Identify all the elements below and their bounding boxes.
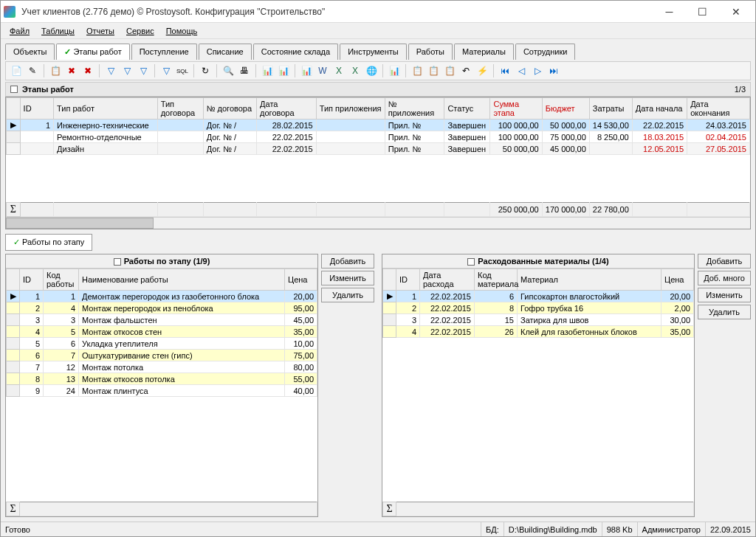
main-grid: IDТип работТип договора № договораДата д… bbox=[5, 97, 751, 229]
maximize-button[interactable]: ☐ bbox=[686, 1, 719, 22]
status-db-path: D:\Building\Building.mdb bbox=[504, 522, 602, 536]
tab-objects[interactable]: Объекты bbox=[5, 44, 55, 60]
tab-tools[interactable]: Инструменты bbox=[340, 44, 407, 60]
table-row[interactable]: Ремонтно-отделочныеДог. № /22.02.2015При… bbox=[7, 131, 750, 143]
tab-staff[interactable]: Сотрудники bbox=[515, 44, 576, 60]
works-title: Работы по этапу (1/9) bbox=[6, 254, 317, 268]
panel-title-text: Этапы работ bbox=[22, 85, 74, 94]
menu-reports[interactable]: Отчеты bbox=[80, 25, 120, 37]
menu-file[interactable]: Файл bbox=[4, 25, 35, 37]
last-icon[interactable]: ⏭ bbox=[546, 63, 561, 78]
copy-icon[interactable]: 📋 bbox=[48, 63, 63, 78]
titlebar: Учет клиентов (2.776 демо) © Prostoysoft… bbox=[1, 1, 755, 23]
html-icon[interactable]: 🌐 bbox=[364, 63, 379, 78]
table-row[interactable]: 322.02.201515Затирка для швов30,00 bbox=[383, 314, 694, 326]
tab-stages[interactable]: ✓Этапы работ bbox=[56, 44, 129, 60]
chart-icon[interactable]: 📊 bbox=[387, 63, 402, 78]
main-tabs: Объекты ✓Этапы работ Поступление Списани… bbox=[5, 44, 751, 60]
filter2-icon[interactable]: ▽ bbox=[120, 63, 134, 78]
export2-icon[interactable]: 📊 bbox=[276, 63, 291, 78]
materials-buttons: Добавить Доб. много Изменить Удалить bbox=[698, 254, 751, 517]
table-row[interactable]: ▶1Инженерно-техническиеДог. № /28.02.201… bbox=[7, 119, 750, 131]
sub-tabs: ✓Работы по этапу bbox=[5, 234, 751, 251]
works-buttons: Добавить Изменить Удалить bbox=[321, 254, 374, 517]
menu-service[interactable]: Сервис bbox=[120, 25, 160, 37]
export1-icon[interactable]: 📊 bbox=[260, 63, 275, 78]
flash-icon[interactable]: ⚡ bbox=[475, 63, 489, 78]
table-row[interactable]: 222.02.20158Гофро трубка 162,00 bbox=[383, 302, 694, 314]
new-icon[interactable]: 📄 bbox=[9, 63, 24, 78]
find-icon[interactable]: 🔍 bbox=[221, 63, 236, 78]
minimize-button[interactable]: ─ bbox=[653, 1, 686, 22]
works-delete-button[interactable]: Удалить bbox=[321, 288, 374, 302]
window-title: Учет клиентов (2.776 демо) © Prostoysoft… bbox=[20, 7, 653, 17]
next-icon[interactable]: ▷ bbox=[530, 63, 545, 78]
works-edit-button[interactable]: Изменить bbox=[321, 271, 374, 285]
table-row[interactable]: 56Укладка утеплителя10,00 bbox=[7, 338, 317, 350]
status-size: 988 Kb bbox=[602, 522, 637, 536]
table-row[interactable]: 924Монтаж плинтуса40,00 bbox=[7, 385, 317, 397]
materials-add-button[interactable]: Добавить bbox=[698, 254, 751, 268]
materials-addmany-button[interactable]: Доб. много bbox=[698, 271, 751, 285]
tab-stock[interactable]: Состояние склада bbox=[253, 44, 338, 60]
content-area: Объекты ✓Этапы работ Поступление Списани… bbox=[1, 39, 755, 522]
status-date: 22.09.2015 bbox=[705, 522, 755, 536]
tab-materials[interactable]: Материалы bbox=[454, 44, 514, 60]
app-icon bbox=[4, 6, 16, 18]
excel-icon[interactable]: X bbox=[331, 63, 346, 78]
hscrollbar[interactable] bbox=[6, 217, 750, 229]
works-add-button[interactable]: Добавить bbox=[321, 254, 374, 268]
tab-writeoff[interactable]: Списание bbox=[199, 44, 252, 60]
first-icon[interactable]: ⏮ bbox=[498, 63, 512, 78]
tool3-icon[interactable]: 📋 bbox=[442, 63, 457, 78]
materials-delete-button[interactable]: Удалить bbox=[698, 305, 751, 319]
toolbar: 📄 ✎ 📋 ✖ ✖ ▽ ▽ ▽ ▽ SQL ↻ 🔍 🖶 📊 📊 📊 W X bbox=[5, 61, 751, 80]
statusbar: Готово БД: D:\Building\Building.mdb 988 … bbox=[1, 522, 755, 536]
close-button[interactable]: ✕ bbox=[719, 1, 752, 22]
table-row[interactable]: 422.02.201526Клей для газобетонных блоко… bbox=[383, 326, 694, 338]
table-row[interactable]: 712Монтаж потолка80,00 bbox=[7, 361, 317, 373]
filter3-icon[interactable]: ▽ bbox=[136, 63, 151, 78]
table-row[interactable]: 813Монтаж откосов потолка55,00 bbox=[7, 373, 317, 385]
tab-incoming[interactable]: Поступление bbox=[131, 44, 197, 60]
totals-row: Σ 250 000,00170 000,0022 780,00 bbox=[7, 203, 750, 217]
materials-grid[interactable]: Расходованные материалы (1/4) IDДата рас… bbox=[382, 254, 695, 517]
tool1-icon[interactable]: 📋 bbox=[410, 63, 425, 78]
table-row[interactable]: 67Оштукатуривание стен (гипс)75,00 bbox=[7, 350, 317, 361]
delete-icon[interactable]: ✖ bbox=[64, 63, 79, 78]
table-row[interactable]: ▶122.02.20156Гипсокартон влагостойкий20,… bbox=[383, 291, 694, 302]
materials-title: Расходованные материалы (1/4) bbox=[382, 254, 694, 268]
status-user: Администратор bbox=[637, 522, 705, 536]
tool2-icon[interactable]: 📋 bbox=[426, 63, 441, 78]
table-header: IDТип работТип договора № договораДата д… bbox=[7, 98, 750, 119]
materials-edit-button[interactable]: Изменить bbox=[698, 288, 751, 302]
menu-help[interactable]: Помощь bbox=[160, 25, 204, 37]
excel2-icon[interactable]: X bbox=[348, 63, 362, 78]
table-row[interactable]: ДизайнДог. № /22.02.2015Прил. №Завершен5… bbox=[7, 143, 750, 155]
tab-works[interactable]: Работы bbox=[408, 44, 453, 60]
word-icon[interactable]: W bbox=[315, 63, 330, 78]
status-ready: Готово bbox=[1, 522, 481, 536]
edit-icon[interactable]: ✎ bbox=[25, 63, 40, 78]
filter1-icon[interactable]: ▽ bbox=[103, 63, 118, 78]
materials-pane: Расходованные материалы (1/4) IDДата рас… bbox=[382, 254, 751, 517]
refresh-icon[interactable]: ↻ bbox=[198, 63, 213, 78]
filter4-icon[interactable]: ▽ bbox=[159, 63, 173, 78]
prev-icon[interactable]: ◁ bbox=[514, 63, 529, 78]
table-row[interactable]: 45Монтаж откосов стен35,00 bbox=[7, 326, 317, 338]
collapse-icon[interactable] bbox=[10, 86, 18, 93]
export3-icon[interactable]: 📊 bbox=[299, 63, 314, 78]
print-icon[interactable]: 🖶 bbox=[237, 63, 252, 78]
menu-tables[interactable]: Таблицы bbox=[35, 25, 80, 37]
delete-all-icon[interactable]: ✖ bbox=[80, 63, 95, 78]
works-grid[interactable]: Работы по этапу (1/9) IDКод работыНаимен… bbox=[5, 254, 318, 517]
table-row[interactable]: 33Монтаж фальшстен45,00 bbox=[7, 314, 317, 326]
pager-text: 1/3 bbox=[735, 85, 746, 94]
subtab-works[interactable]: ✓Работы по этапу bbox=[5, 234, 92, 251]
table-row[interactable]: ▶11Демонтаж перегородок из газобетонного… bbox=[7, 291, 317, 302]
table-row[interactable]: 24Монтаж перегородок из пеноблока95,00 bbox=[7, 302, 317, 314]
works-pane: Работы по этапу (1/9) IDКод работыНаимен… bbox=[5, 254, 374, 517]
undo-icon[interactable]: ↶ bbox=[458, 63, 473, 78]
sql-icon[interactable]: SQL bbox=[175, 63, 190, 78]
stages-table[interactable]: IDТип работТип договора № договораДата д… bbox=[6, 97, 750, 155]
